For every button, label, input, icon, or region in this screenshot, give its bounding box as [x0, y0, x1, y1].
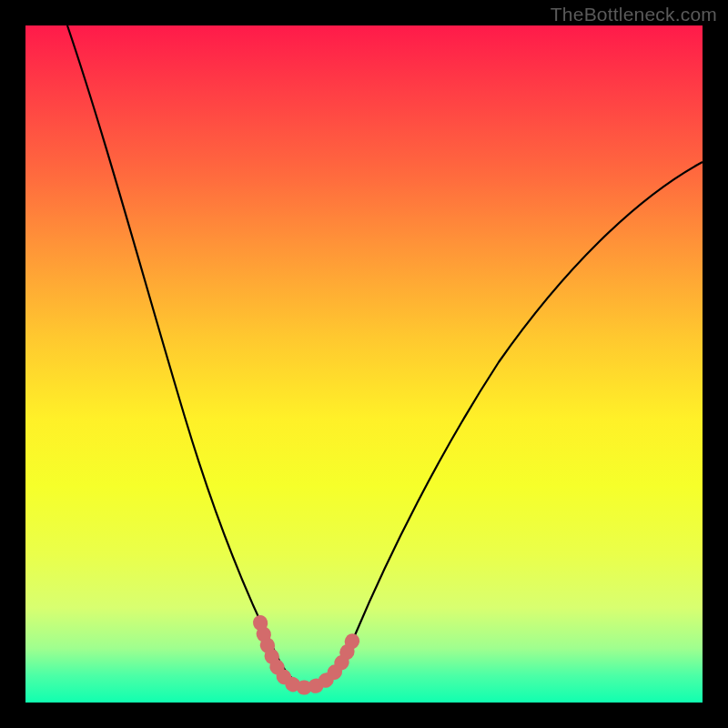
bottleneck-curve	[67, 25, 703, 686]
chart-frame: TheBottleneck.com	[0, 0, 728, 728]
watermark-text: TheBottleneck.com	[551, 4, 717, 25]
plot-area	[25, 25, 703, 703]
highlight-segment	[260, 622, 355, 688]
curve-svg	[25, 25, 703, 703]
